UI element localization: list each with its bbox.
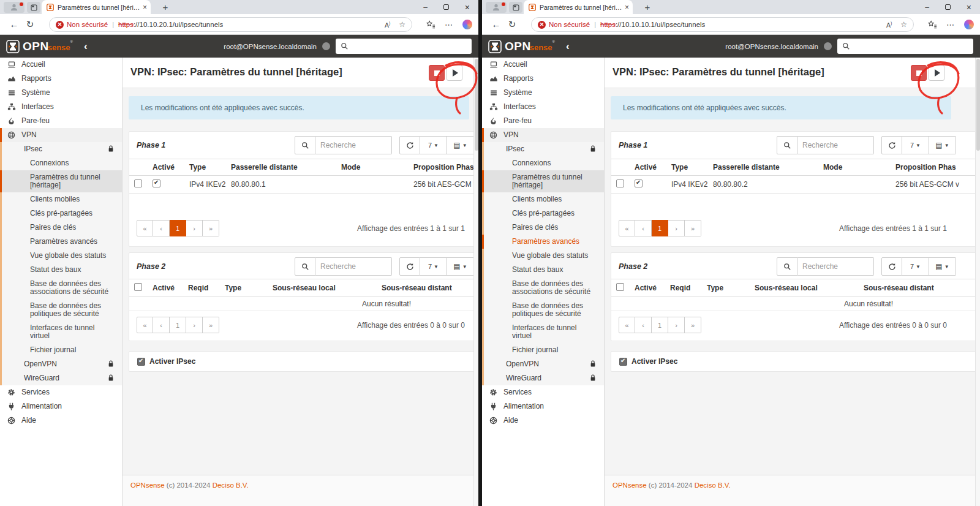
sidebar-item-system[interactable]: Système (0, 86, 122, 100)
favorite-star-icon[interactable]: ☆ (900, 20, 907, 29)
page-prev-button[interactable]: ‹ (153, 220, 170, 236)
read-aloud-icon[interactable]: A) (886, 21, 892, 29)
security-badge[interactable]: ✕ Non sécurisé (538, 21, 590, 29)
workspaces-button[interactable] (509, 2, 522, 13)
stop-service-button[interactable] (429, 65, 445, 81)
phase1-col-gateway[interactable]: Passerelle distante (708, 159, 818, 176)
close-window-button[interactable]: × (967, 3, 971, 12)
sidebar-item-home[interactable]: Accueil (0, 58, 122, 72)
minimize-button[interactable]: – (423, 4, 428, 11)
sidebar-collapse-icon[interactable]: ‹ (566, 41, 570, 51)
read-aloud-icon[interactable]: A) (385, 21, 390, 29)
sidebar-item-lease-status[interactable]: Statut des baux (0, 263, 122, 277)
opnsense-footer-link[interactable]: OPNsense (130, 481, 165, 489)
sidebar-item-tunnel-settings[interactable]: Paramètres du tunnel [héritage] (0, 170, 122, 192)
tab-close-icon[interactable]: × (143, 3, 147, 12)
sidebar-item-sad[interactable]: Base de données des associations de sécu… (482, 277, 604, 299)
phase1-row[interactable]: IPv4 IKEv2 80.80.80.2 256 bit AES-GCM v (611, 176, 980, 194)
phase2-pagesize-dropdown[interactable]: 7▼ (420, 257, 447, 276)
phase1-search-input[interactable] (797, 136, 874, 154)
settings-more-icon[interactable]: ⋯ (946, 20, 955, 29)
sidebar-item-openvpn[interactable]: OpenVPN (482, 357, 604, 371)
sidebar-item-vpn[interactable]: VPN (482, 128, 604, 142)
page-next-button[interactable]: › (668, 220, 685, 236)
reload-button[interactable]: ↻ (22, 19, 38, 30)
page-scrollbar[interactable] (975, 58, 980, 506)
back-button[interactable]: ← (6, 19, 22, 29)
row-enabled-checkbox[interactable] (153, 179, 160, 187)
sidebar-item-openvpn[interactable]: OpenVPN (0, 357, 122, 371)
page-next-button[interactable]: › (186, 317, 203, 333)
global-search-input[interactable] (854, 42, 955, 51)
phase2-columns-dropdown[interactable]: ▤▼ (929, 257, 956, 276)
browser-profile-button[interactable] (4, 2, 24, 13)
phase1-refresh-button[interactable] (399, 136, 420, 154)
favorites-hub-icon[interactable] (928, 20, 937, 29)
deciso-footer-link[interactable]: Deciso B.V. (695, 481, 731, 489)
phase1-pagesize-dropdown[interactable]: 7▼ (420, 136, 447, 154)
phase2-col-reqid[interactable]: Reqid (665, 279, 702, 297)
phase2-col-local-subnet[interactable]: Sous-réseau local (750, 279, 859, 297)
phase1-search-input[interactable] (315, 136, 392, 154)
phase1-col-enabled[interactable]: Activé (630, 159, 666, 176)
sidebar-item-firewall[interactable]: Pare-feu (482, 114, 604, 128)
security-badge[interactable]: ✕ Non sécurisé (56, 21, 108, 29)
sidebar-item-mobile-clients[interactable]: Clients mobiles (482, 192, 604, 206)
global-search-input[interactable] (352, 42, 453, 51)
row-enabled-checkbox[interactable] (635, 179, 643, 187)
row-select-checkbox[interactable] (616, 179, 624, 187)
phase1-col-gateway[interactable]: Passerelle distante (226, 159, 336, 176)
browser-tab[interactable]: Paramètres du tunnel [héritage] | × (524, 0, 633, 14)
phase2-col-remote-subnet[interactable]: Sous-réseau distant (377, 279, 478, 297)
back-button[interactable]: ← (488, 19, 504, 29)
sidebar-item-interfaces[interactable]: Interfaces (482, 100, 604, 114)
page-last-button[interactable]: » (203, 220, 219, 236)
opnsense-logo[interactable]: OPNsense® (488, 40, 555, 53)
restore-button[interactable] (945, 4, 951, 10)
sidebar-item-mobile-clients[interactable]: Clients mobiles (0, 192, 122, 206)
phase1-search-button[interactable] (777, 136, 797, 154)
workspaces-button[interactable] (27, 2, 40, 13)
phase2-col-local-subnet[interactable]: Sous-réseau local (268, 279, 377, 297)
sidebar-item-tunnel-settings[interactable]: Paramètres du tunnel [héritage] (482, 170, 604, 192)
global-search[interactable] (336, 39, 472, 54)
phase2-search-button[interactable] (295, 257, 315, 276)
new-tab-button[interactable]: + (641, 2, 654, 12)
favorites-hub-icon[interactable] (426, 20, 435, 29)
close-window-button[interactable]: × (465, 3, 470, 12)
sidebar-item-ipsec[interactable]: IPsec (482, 142, 604, 156)
phase2-col-enabled[interactable]: Activé (630, 279, 665, 297)
page-1-button[interactable]: 1 (652, 220, 668, 236)
page-last-button[interactable]: » (685, 317, 701, 333)
phase1-pagesize-dropdown[interactable]: 7▼ (902, 136, 929, 154)
phase1-row[interactable]: IPv4 IKEv2 80.80.80.1 256 bit AES-GCM v (129, 176, 478, 194)
sidebar-item-vpn[interactable]: VPN (0, 128, 122, 142)
phase2-col-enabled[interactable]: Activé (148, 279, 183, 297)
sidebar-item-vti[interactable]: Interfaces de tunnel virtuel (482, 321, 604, 343)
page-last-button[interactable]: » (685, 220, 701, 236)
sidebar-item-log-file[interactable]: Fichier journal (482, 343, 604, 357)
sidebar-item-ipsec-advanced[interactable]: Paramètres avancés (0, 235, 122, 249)
sidebar-item-log-file[interactable]: Fichier journal (0, 343, 122, 357)
sidebar-item-wireguard[interactable]: WireGuard (0, 371, 122, 385)
sidebar-collapse-icon[interactable]: ‹ (84, 41, 88, 51)
phase1-col-type[interactable]: Type (184, 159, 226, 176)
sidebar-item-power[interactable]: Alimentation (482, 399, 604, 413)
sidebar-item-spd[interactable]: Base de données des politiques de sécuri… (482, 299, 604, 321)
phase2-search-button[interactable] (777, 257, 797, 276)
page-next-button[interactable]: › (186, 220, 203, 236)
sidebar-item-vti[interactable]: Interfaces de tunnel virtuel (0, 321, 122, 343)
global-search[interactable] (837, 39, 973, 54)
new-tab-button[interactable]: + (159, 2, 172, 12)
select-all-checkbox[interactable] (134, 283, 142, 291)
phase2-col-remote-subnet[interactable]: Sous-réseau distant (859, 279, 980, 297)
page-first-button[interactable]: « (137, 220, 153, 236)
sidebar-item-system[interactable]: Système (482, 86, 604, 100)
phase2-search-input[interactable] (315, 257, 392, 276)
copilot-icon[interactable] (462, 20, 472, 29)
phase1-col-enabled[interactable]: Activé (148, 159, 184, 176)
sidebar-item-sad[interactable]: Base de données des associations de sécu… (0, 277, 122, 299)
page-prev-button[interactable]: ‹ (635, 317, 652, 333)
phase2-refresh-button[interactable] (881, 257, 902, 276)
sidebar-item-home[interactable]: Accueil (482, 58, 604, 72)
